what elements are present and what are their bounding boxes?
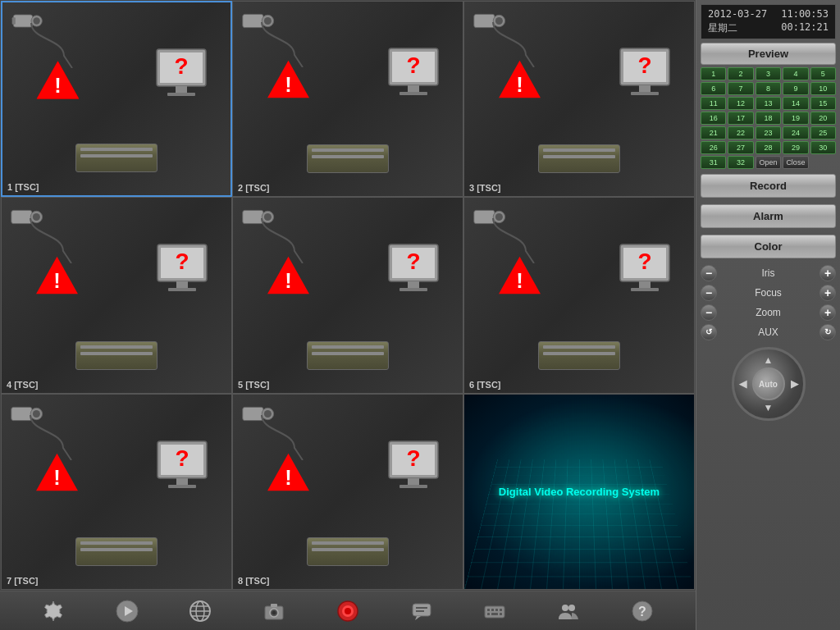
joystick-up-arrow: ▲ (764, 354, 774, 366)
ch-13[interactable]: 13 (756, 97, 781, 110)
joystick-left-arrow: ◀ (739, 378, 746, 390)
svg-text:!: ! (285, 466, 291, 489)
date-value: 2012-03-27 (708, 8, 767, 20)
ch-30[interactable]: 30 (810, 141, 836, 154)
joystick-center[interactable]: Auto (752, 368, 785, 400)
ch-31[interactable]: 31 (701, 156, 726, 169)
iris-plus-button[interactable]: + (819, 265, 836, 281)
cell-label-5: 5 [TSC] (238, 380, 270, 390)
ch-18[interactable]: 18 (756, 112, 781, 125)
iris-minus-button[interactable]: − (701, 265, 717, 281)
open-button[interactable]: Open (756, 156, 781, 169)
ch-14[interactable]: 14 (783, 97, 808, 110)
video-cell-6[interactable]: ! ? 6 [TSC] (463, 197, 695, 393)
svg-text:?: ? (175, 249, 189, 274)
ch-21[interactable]: 21 (701, 126, 726, 139)
record-icon (336, 600, 359, 623)
svg-rect-51 (399, 288, 427, 291)
record-button[interactable] (333, 596, 363, 626)
cell-label-2: 2 [TSC] (238, 183, 270, 193)
ch-7[interactable]: 7 (728, 82, 753, 95)
svg-rect-101 (485, 606, 504, 618)
settings-button[interactable] (39, 596, 68, 626)
camera-settings-button[interactable] (259, 596, 289, 626)
ch-23[interactable]: 23 (756, 126, 781, 139)
ch-2[interactable]: 2 (728, 67, 753, 80)
ch-9[interactable]: 9 (783, 82, 808, 95)
chat-button[interactable] (407, 596, 436, 626)
svg-text:?: ? (637, 52, 651, 78)
users-button[interactable] (554, 596, 583, 626)
focus-plus-button[interactable]: + (819, 285, 836, 301)
aux-right-button[interactable]: ↻ (819, 324, 836, 340)
help-button[interactable]: ? (628, 596, 657, 626)
svg-text:!: ! (285, 269, 291, 292)
alarm-button[interactable]: Alarm (701, 204, 836, 228)
ch-27[interactable]: 27 (728, 141, 753, 154)
right-panel: 2012-03-27 11:00:53 星期二 00:12:21 Preview… (696, 0, 840, 630)
chat-icon (410, 600, 433, 623)
svg-text:!: ! (285, 73, 291, 96)
video-cell-5[interactable]: ! ? 5 [TSC] (232, 197, 463, 393)
monitor-3: ? (616, 47, 673, 100)
ch-32[interactable]: 32 (728, 156, 753, 169)
preview-button[interactable]: Preview (701, 43, 836, 65)
ch-16[interactable]: 16 (701, 112, 726, 125)
ch-11[interactable]: 11 (701, 97, 726, 110)
video-cell-8[interactable]: ! ? 8 [TSC] (232, 394, 463, 590)
ch-5[interactable]: 5 (810, 67, 836, 80)
video-cell-3[interactable]: ! ? 3 [TSC] (463, 1, 695, 197)
ch-22[interactable]: 22 (728, 126, 753, 139)
zoom-row: − Zoom + (701, 304, 836, 321)
video-cell-2[interactable]: ! ? 2 [TSC] (232, 1, 463, 197)
svg-rect-108 (500, 613, 502, 615)
grid-spacer (810, 156, 836, 169)
ch-15[interactable]: 15 (810, 97, 836, 110)
video-cell-4[interactable]: ! ? 4 [TSC] (1, 197, 232, 393)
ch-26[interactable]: 26 (701, 141, 726, 154)
users-icon (557, 600, 580, 623)
keyboard-button[interactable] (480, 596, 509, 626)
ch-12[interactable]: 12 (728, 97, 753, 110)
aux-left-button[interactable]: ↺ (701, 324, 717, 340)
zoom-plus-button[interactable]: + (819, 304, 836, 321)
monitor-2: ? (385, 47, 442, 100)
video-cell-dvr-splash[interactable]: Digital Video Recording System (463, 394, 695, 590)
date-row: 2012-03-27 11:00:53 (708, 8, 829, 20)
ch-29[interactable]: 29 (783, 141, 808, 154)
svg-text:?: ? (406, 52, 420, 78)
video-cell-7[interactable]: ! ? 7 [TSC] (1, 394, 232, 590)
ch-20[interactable]: 20 (810, 112, 836, 125)
dvr-box-3 (538, 144, 620, 173)
warning-triangle-2: ! (266, 59, 311, 100)
joystick[interactable]: ▲ ▼ ◀ ▶ Auto (732, 347, 806, 421)
zoom-minus-button[interactable]: − (701, 304, 717, 321)
ch-8[interactable]: 8 (756, 82, 781, 95)
ch-4[interactable]: 4 (783, 67, 808, 80)
play-button[interactable] (112, 596, 142, 626)
ch-24[interactable]: 24 (783, 126, 808, 139)
help-icon: ? (631, 600, 654, 623)
svg-rect-106 (487, 613, 490, 615)
internet-button[interactable] (185, 596, 215, 626)
monitor-1: ? (153, 48, 210, 101)
ch-19[interactable]: 19 (783, 112, 808, 125)
svg-point-110 (568, 605, 575, 611)
record-action-button[interactable]: Record (701, 174, 836, 198)
ch-10[interactable]: 10 (810, 82, 836, 95)
video-cell-1[interactable]: ! ? 1 [TSC] (1, 1, 232, 197)
svg-point-93 (272, 610, 276, 614)
ch-17[interactable]: 17 (728, 112, 753, 125)
ch-25[interactable]: 25 (810, 126, 836, 139)
ch-28[interactable]: 28 (756, 141, 781, 154)
ch-1[interactable]: 1 (701, 67, 726, 80)
cell-label-1: 1 [TSC] (7, 182, 39, 192)
focus-minus-button[interactable]: − (701, 285, 717, 301)
ch-6[interactable]: 6 (701, 82, 726, 95)
close-button[interactable]: Close (783, 156, 808, 169)
aux-label: AUX (721, 326, 815, 338)
color-button[interactable]: Color (701, 235, 836, 258)
warning-triangle-3: ! (497, 59, 542, 100)
svg-text:?: ? (406, 249, 420, 274)
ch-3[interactable]: 3 (756, 67, 781, 80)
